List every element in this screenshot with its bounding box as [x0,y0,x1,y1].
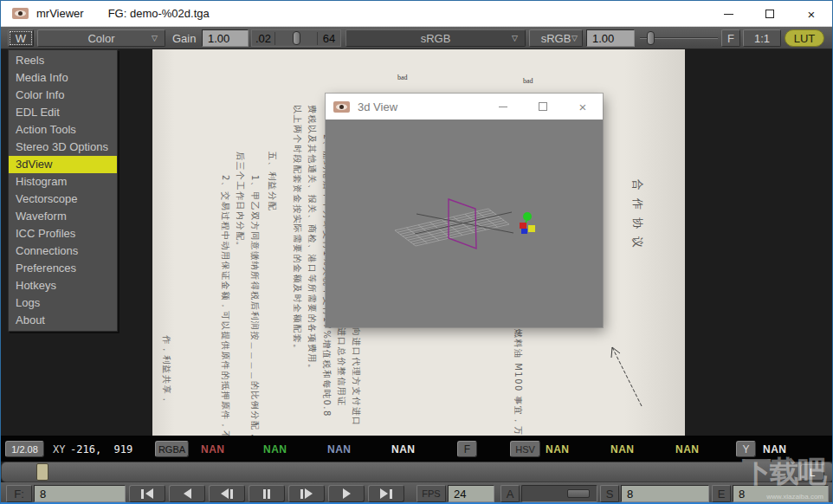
close-icon: × [579,100,587,113]
gain-input[interactable]: 1.00 [202,29,249,47]
play-forward-icon [343,488,351,499]
luminance-button[interactable]: Y [736,441,756,457]
float-values-button[interactable]: F [457,441,477,457]
skip-to-start-button[interactable] [129,485,165,502]
colorspace-dropdown-label: sRGB [421,32,451,45]
menu-item-hotkeys[interactable]: Hotkeys [9,277,117,294]
title-bar[interactable]: mrViewer FG: demo-%02d.tga × [1,1,832,27]
close-icon: × [808,8,816,21]
pause-icon [263,489,266,499]
end-frame-input[interactable]: 8 [733,485,829,502]
menu-item-vectorscope[interactable]: Vectorscope [9,191,117,208]
gain-slider-handle[interactable] [293,31,300,45]
gain-slider[interactable]: .02 64 [251,29,341,47]
skip-to-start-icon [141,489,144,499]
menu-item-action-tools[interactable]: Action Tools [9,121,117,139]
audio-volume-slider[interactable] [521,485,597,502]
start-frame-button[interactable]: S [600,485,619,502]
maximize-icon [765,10,774,18]
frame-button[interactable]: F [721,29,740,47]
step-forward-icon [300,489,303,499]
value-value: NAN [675,441,700,457]
menu-item-connections[interactable]: Connections [9,242,117,260]
close-button[interactable]: × [791,1,832,27]
blue-value: NAN [327,441,352,457]
step-forward-button[interactable] [288,485,325,502]
menu-item-edl-edit[interactable]: EDL Edit [9,104,117,121]
menu-item-icc-profiles[interactable]: ICC Profiles [9,225,117,242]
fps-label-button[interactable]: FPS [416,485,446,502]
menu-item-color-info[interactable]: Color Info [9,87,117,104]
gamma-slider[interactable] [638,29,720,47]
maximize-icon [539,102,547,111]
app-eye-icon [333,101,350,113]
3d-view-minimize-button[interactable] [483,94,523,120]
gamma-slider-handle[interactable] [647,31,655,45]
fps-input[interactable]: 24 [448,485,494,502]
gain-slider-min: .02 [252,32,275,45]
lut-button[interactable]: LUT [785,29,824,47]
timeline-track[interactable]: L [1,462,833,482]
menu-item-about[interactable]: About [9,312,117,329]
toolbar: W Color ▽ Gain 1.00 .02 64 sRGB ▽ sRGB ▽… [1,27,832,49]
end-frame-button[interactable]: E [712,485,731,502]
zoom-level-button[interactable]: 1/2.08 [5,441,44,457]
audio-volume-handle[interactable] [567,489,590,498]
app-eye-icon [12,8,29,19]
alpha-value: NAN [391,441,416,457]
menu-item-waveform[interactable]: Waveform [9,208,117,225]
minimize-button[interactable] [707,1,749,27]
play-backward-button[interactable] [169,485,205,502]
gain-label: Gain [172,29,196,47]
3d-axis-gizmo [520,212,535,234]
minimize-icon [499,107,507,107]
chevron-down-icon: ▽ [152,34,158,42]
pixel-coordinates: -216, 919 [70,441,132,457]
play-forward-button[interactable] [328,485,365,502]
current-frame-input[interactable]: 8 [34,485,126,502]
chevron-down-icon: ▽ [512,34,518,42]
3d-view-canvas[interactable] [326,120,603,327]
chevron-down-icon: ▽ [571,34,578,42]
menu-item-logs[interactable]: Logs [9,294,117,312]
menu-item-media-info[interactable]: Media Info [9,69,117,87]
3d-view-window: 3d View × [326,94,603,327]
3d-view-title-bar[interactable]: 3d View × [326,94,603,120]
foreground-file-label: FG: demo-%02d.tga [108,7,210,20]
skip-to-end-button[interactable] [368,485,404,502]
minimize-icon [724,14,733,15]
menu-item-histogram[interactable]: Histogram [9,173,117,191]
3d-view-close-button[interactable]: × [563,94,603,120]
menu-item-stereo-3d-options[interactable]: Stereo 3D Options [9,139,117,156]
green-value: NAN [263,441,287,457]
wipe-button[interactable]: W [8,29,34,47]
app-name: mrViewer [36,7,84,20]
display-dropdown[interactable]: sRGB ▽ [529,29,583,47]
context-menu: Reels Media Info Color Info EDL Edit Act… [8,49,118,332]
colorspace-dropdown[interactable]: sRGB ▽ [345,29,526,47]
channel-dropdown[interactable]: Color ▽ [37,29,165,47]
status-bar: 1/2.08 XY -216, 919 RGBA NAN NAN NAN NAN… [1,436,833,462]
3d-view-title: 3d View [358,100,397,113]
3d-view-maximize-button[interactable] [523,94,563,120]
a-button[interactable]: A [500,485,520,502]
play-backward-icon [184,488,191,499]
timeline-playhead[interactable] [36,463,48,481]
start-frame-input[interactable]: 8 [621,485,709,502]
menu-item-preferences[interactable]: Preferences [9,260,117,277]
loop-button[interactable]: L [800,464,824,481]
zoom-ratio-button[interactable]: 1:1 [743,29,781,47]
saturation-value: NAN [610,441,635,457]
hsv-button[interactable]: HSV [510,441,540,457]
maximize-button[interactable] [749,1,791,27]
frame-label-button[interactable]: F: [6,485,32,502]
hue-value: NAN [546,441,570,457]
pause-button[interactable] [249,485,285,502]
luminance-value: NAN [763,441,787,457]
gamma-input[interactable]: 1.00 [586,29,635,47]
menu-item-reels[interactable]: Reels [9,52,117,69]
step-backward-button[interactable] [209,485,245,502]
channel-dropdown-label: Color [87,32,114,45]
rgba-button[interactable]: RGBA [155,441,189,457]
menu-item-3dview[interactable]: 3dView [9,156,117,173]
